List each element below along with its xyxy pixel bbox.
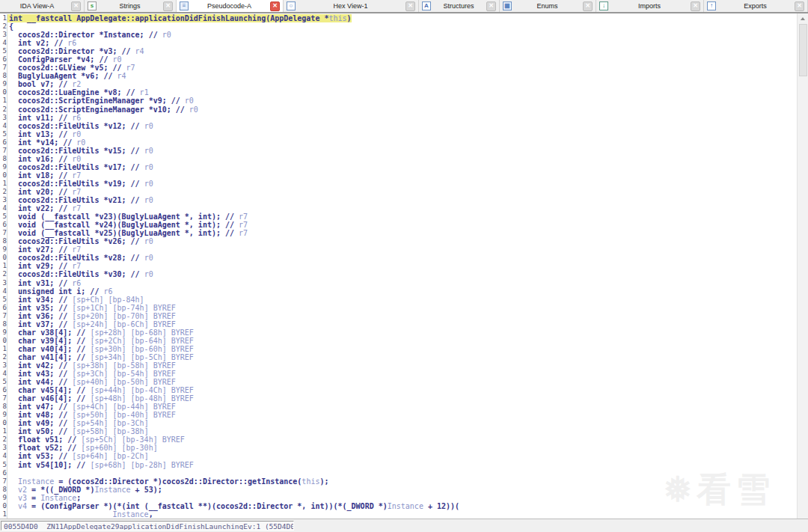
tab-exports[interactable]: ↑Exports✕ bbox=[704, 0, 808, 12]
code-line[interactable]: 4 cocos2d::FileUtils *v12; // r0 bbox=[0, 122, 797, 130]
code-line[interactable]: 8 int v47; // [sp+4Ch] [bp-44h] BYREF bbox=[0, 403, 797, 411]
code-line[interactable]: 8 int v16; // r0 bbox=[0, 155, 797, 163]
line-number: 4 bbox=[0, 39, 7, 47]
code-line[interactable]: 5 cocos2d::Director *v3; // r4 bbox=[0, 47, 797, 55]
code-line[interactable]: 8 BuglyLuaAgent *v6; // r4 bbox=[0, 72, 797, 80]
code-line[interactable]: 9 int v48; // [sp+50h] [bp-40h] BYREF bbox=[0, 411, 797, 419]
tab-ida-view-a[interactable]: IDA View-A✕ bbox=[0, 0, 85, 12]
code-line[interactable]: 7 void (__fastcall *v25)(BuglyLuaAgent *… bbox=[0, 229, 797, 237]
code-line[interactable]: 7 cocos2d::GLView *v5; // r7 bbox=[0, 64, 797, 72]
code-text: BuglyLuaAgent *v6; // r4 bbox=[7, 72, 126, 80]
code-line[interactable]: 9 bool v7; // r2 bbox=[0, 80, 797, 88]
close-icon[interactable]: ✕ bbox=[405, 1, 415, 11]
code-text: int v34; // [sp+Ch] [bp-84h] bbox=[7, 296, 144, 304]
code-text: int v54[10]; // [sp+68h] [bp-28h] BYREF bbox=[7, 461, 194, 469]
code-text: ConfigParser *v4; // r0 bbox=[7, 55, 122, 64]
code-line[interactable]: 3 cocos2d::FileUtils *v21; // r0 bbox=[0, 196, 797, 204]
line-number: 7 bbox=[0, 312, 7, 320]
vertical-scrollbar[interactable] bbox=[797, 13, 808, 532]
close-icon[interactable]: ✕ bbox=[71, 1, 81, 11]
code-line[interactable]: 8 cocos2d::FileUtils *v26; // r0 bbox=[0, 237, 797, 245]
close-icon[interactable]: ✕ bbox=[486, 1, 496, 11]
line-number: 5 bbox=[0, 47, 7, 55]
code-line[interactable]: 4 int v43; // [sp+3Ch] [bp-54h] BYREF bbox=[0, 370, 797, 378]
line-number: 3 bbox=[0, 444, 7, 452]
code-line[interactable]: 4 int v53; // [sp+64h] [bp-2Ch] bbox=[0, 452, 797, 460]
code-line[interactable]: 1 int v29; // r7 bbox=[0, 262, 797, 270]
tab-pseudocode-a[interactable]: ≡Pseudocode-A✕ bbox=[177, 0, 284, 12]
code-line[interactable]: 5 int v34; // [sp+Ch] [bp-84h] bbox=[0, 296, 797, 304]
code-text: int v31; // r6 bbox=[7, 279, 81, 287]
close-icon[interactable]: ✕ bbox=[691, 1, 700, 11]
close-icon[interactable]: ✕ bbox=[583, 1, 593, 11]
scrollbar-thumb[interactable] bbox=[799, 24, 807, 76]
tab-hex-view-1[interactable]: ○Hex View-1✕ bbox=[284, 0, 419, 12]
code-line[interactable]: 7 int v36; // [sp+20h] [bp-70h] BYREF bbox=[0, 312, 797, 320]
code-line[interactable]: 6 ConfigParser *v4; // r0 bbox=[0, 55, 797, 64]
code-line[interactable]: 0 cocos2d::FileUtils *v28; // r0 bbox=[0, 254, 797, 262]
snowflake-icon: ❅ bbox=[663, 470, 697, 509]
line-number: 4 bbox=[0, 122, 7, 130]
code-text: cocos2d::FileUtils *v19; // r0 bbox=[7, 180, 153, 188]
code-line[interactable]: 6 int *v14; // r0 bbox=[0, 138, 797, 147]
tab-strings[interactable]: sStrings✕ bbox=[85, 0, 177, 12]
code-line[interactable]: 6 int v35; // [sp+1Ch] [bp-74h] BYREF bbox=[0, 304, 797, 312]
tab-imports[interactable]: ↓Imports✕ bbox=[596, 0, 704, 12]
code-line[interactable]: 1 char v40[4]; // [sp+30h] [bp-60h] BYRE… bbox=[0, 345, 797, 353]
code-line[interactable]: 5 int v13; // r0 bbox=[0, 130, 797, 138]
code-line[interactable]: 2 int v20; // r7 bbox=[0, 188, 797, 196]
code-line[interactable]: 3 float v52; // [sp+60h] [bp-30h] bbox=[0, 444, 797, 452]
code-line[interactable]: 9 char v38[4]; // [sp+28h] [bp-68h] BYRE… bbox=[0, 328, 797, 337]
code-line[interactable]: 1int __fastcall AppDelegate::application… bbox=[0, 14, 797, 22]
pseudocode-view[interactable]: 1int __fastcall AppDelegate::application… bbox=[0, 14, 797, 519]
line-number: 6 bbox=[0, 386, 7, 394]
close-icon[interactable]: ✕ bbox=[795, 1, 804, 11]
kanxue-watermark: ❅看雪 bbox=[663, 467, 774, 513]
structures-icon: A bbox=[422, 1, 431, 10]
tab-structures[interactable]: AStructures✕ bbox=[419, 0, 500, 12]
code-line[interactable]: 7 char v46[4]; // [sp+48h] [bp-48h] BYRE… bbox=[0, 394, 797, 403]
code-line[interactable]: 0 int v49; // [sp+54h] [bp-3Ch] bbox=[0, 419, 797, 427]
code-line[interactable]: 5 void (__fastcall *v23)(BuglyLuaAgent *… bbox=[0, 213, 797, 221]
close-icon[interactable]: ✕ bbox=[270, 1, 280, 11]
code-line[interactable]: 1 cocos2d::FileUtils *v19; // r0 bbox=[0, 180, 797, 188]
code-text: int v43; // [sp+3Ch] [bp-54h] BYREF bbox=[7, 370, 176, 378]
code-line[interactable]: 4 int v22; // r7 bbox=[0, 204, 797, 213]
code-text: cocos2d::ScriptEngineManager *v10; // r0 bbox=[7, 106, 198, 114]
code-text: cocos2d::FileUtils *v12; // r0 bbox=[7, 122, 153, 130]
code-text: int v37; // [sp+24h] [bp-6Ch] BYREF bbox=[7, 320, 176, 328]
code-text: cocos2d::FileUtils *v15; // r0 bbox=[7, 147, 153, 155]
code-line[interactable]: 5 int v44; // [sp+40h] [bp-50h] BYREF bbox=[0, 378, 797, 386]
code-line[interactable]: 6 char v45[4]; // [sp+44h] [bp-4Ch] BYRE… bbox=[0, 386, 797, 394]
code-line[interactable]: 6 void (__fastcall *v24)(BuglyLuaAgent *… bbox=[0, 221, 797, 229]
code-line[interactable]: 4 int v2; // r6 bbox=[0, 39, 797, 47]
code-line[interactable]: 2{ bbox=[0, 22, 797, 31]
code-line[interactable]: 4 unsigned int i; // r6 bbox=[0, 287, 797, 296]
code-line[interactable]: 2 float v51; // [sp+5Ch] [bp-34h] BYREF bbox=[0, 435, 797, 444]
code-line[interactable]: 0 int v18; // r7 bbox=[0, 171, 797, 180]
line-number: 6 bbox=[0, 469, 7, 477]
code-line[interactable]: 9 cocos2d::FileUtils *v17; // r0 bbox=[0, 163, 797, 171]
code-line[interactable]: 2 cocos2d::ScriptEngineManager *v10; // … bbox=[0, 106, 797, 114]
code-line[interactable]: 0 cocos2d::LuaEngine *v8; // r1 bbox=[0, 88, 797, 97]
code-line[interactable]: 2 cocos2d::FileUtils *v30; // r0 bbox=[0, 270, 797, 278]
code-line[interactable]: 7 cocos2d::FileUtils *v15; // r0 bbox=[0, 147, 797, 155]
code-text: void (__fastcall *v24)(BuglyLuaAgent *, … bbox=[7, 221, 248, 229]
code-text: char v45[4]; // [sp+44h] [bp-4Ch] BYREF bbox=[7, 386, 194, 394]
line-number: 1 bbox=[0, 510, 7, 519]
code-line[interactable]: 0 char v39[4]; // [sp+2Ch] [bp-64h] BYRE… bbox=[0, 337, 797, 345]
close-icon[interactable]: ✕ bbox=[163, 1, 173, 11]
tab-label: Imports bbox=[608, 2, 691, 10]
code-line[interactable]: 1 cocos2d::ScriptEngineManager *v9; // r… bbox=[0, 97, 797, 105]
code-line[interactable]: 3 cocos2d::Director *Instance; // r0 bbox=[0, 31, 797, 39]
code-line[interactable]: 8 int v37; // [sp+24h] [bp-6Ch] BYREF bbox=[0, 320, 797, 328]
code-line[interactable]: 2 char v41[4]; // [sp+34h] [bp-5Ch] BYRE… bbox=[0, 353, 797, 361]
tab-enums[interactable]: ▦Enums✕ bbox=[500, 0, 596, 12]
code-line[interactable]: 1 int v50; // [sp+58h] [bp-38h] bbox=[0, 427, 797, 435]
code-line[interactable]: 3 int v31; // r6 bbox=[0, 279, 797, 287]
line-number: 8 bbox=[0, 320, 7, 328]
code-line[interactable]: 3 int v42; // [sp+38h] [bp-58h] BYREF bbox=[0, 361, 797, 370]
code-line[interactable]: 3 int v11; // r6 bbox=[0, 114, 797, 122]
scroll-up-icon[interactable] bbox=[798, 14, 808, 23]
code-line[interactable]: 9 int v27; // r7 bbox=[0, 245, 797, 254]
